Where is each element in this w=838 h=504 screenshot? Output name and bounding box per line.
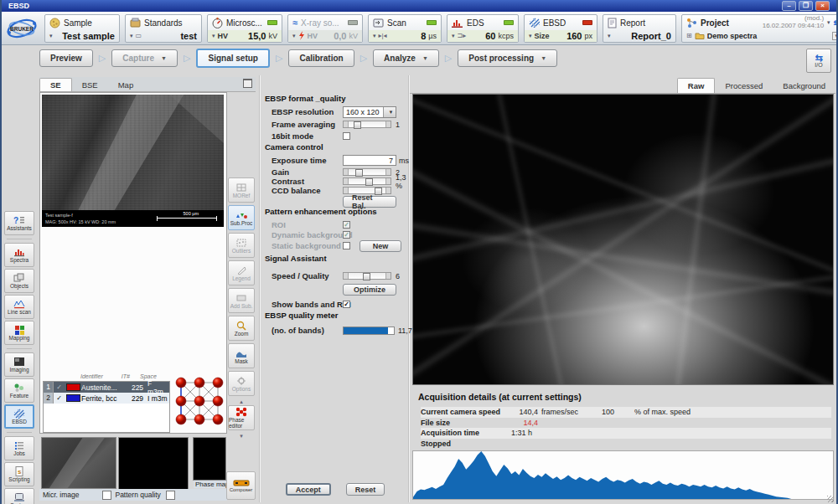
project-item[interactable]: Demo spectra — [707, 32, 758, 40]
sidebar-item-mapping[interactable]: Mapping — [4, 321, 34, 345]
chevron-up-icon[interactable]: ▴ — [240, 399, 243, 404]
sidebar-item-scripting[interactable]: s Scripting — [4, 462, 34, 486]
mask-button[interactable]: Mask — [228, 343, 255, 368]
moref-button[interactable]: MORef — [228, 177, 255, 203]
reset-balance-button[interactable]: Reset Bal. — [343, 196, 396, 208]
sidebar-item-objects[interactable]: Objects — [4, 269, 34, 293]
table-row-austenite[interactable]: 1 ✓ Austenite... 225 F m3m — [44, 382, 169, 393]
calibration-button[interactable]: Calibration — [288, 49, 354, 67]
resize-grip[interactable] — [827, 496, 834, 502]
splitter[interactable] — [408, 75, 409, 502]
add-sub-button[interactable]: Add Sub. — [228, 288, 255, 313]
chevron-down-icon[interactable]: ▾ — [827, 19, 830, 26]
standards-value[interactable]: test — [180, 31, 197, 41]
table-row-ferrite[interactable]: 2 ✓ Ferrite, bcc 229 I m3m — [44, 393, 169, 404]
ebsp-resolution-select[interactable]: 160 x 120▼ — [343, 106, 396, 118]
group-microscope[interactable]: Microsc... ▾ HV 15,0 kV — [207, 14, 282, 43]
chevron-down-icon[interactable]: ▾ — [49, 33, 53, 39]
ebsp-pattern-view[interactable] — [412, 94, 834, 385]
chevron-down-icon[interactable]: ▾ — [292, 33, 296, 39]
sidebar-item-assistants[interactable]: ? Assistants — [4, 211, 34, 235]
composer-button[interactable]: Composer — [226, 471, 256, 500]
scan-value[interactable]: 8 — [421, 31, 426, 41]
chevron-down-icon[interactable]: ▾ — [452, 33, 455, 39]
group-xray[interactable]: ≈ X-ray so... ▾ HV 0,0 kV — [287, 14, 363, 43]
roi-checkbox[interactable]: ✓ — [343, 221, 350, 229]
chevron-down-icon[interactable]: ▾ — [130, 33, 133, 39]
gain-slider[interactable] — [343, 168, 391, 176]
micr-image-checkbox[interactable] — [102, 491, 111, 500]
chevron-down-icon[interactable]: ▾ — [529, 33, 532, 39]
tab-processed[interactable]: Processed — [715, 79, 773, 93]
report-value[interactable]: Report_0 — [631, 31, 671, 41]
group-eds[interactable]: EDS ▾ ⊐▸ 60 kcps — [447, 14, 519, 43]
pattern-quality-thumbnail[interactable] — [118, 437, 189, 492]
post-processing-button[interactable]: Post processing▼ — [458, 49, 557, 67]
options-button[interactable]: Options — [228, 371, 255, 396]
show-bands-checkbox[interactable]: ✓ — [343, 301, 350, 308]
tab-bse[interactable]: BSE — [72, 79, 108, 91]
chevron-down-icon[interactable]: ▾ — [373, 33, 376, 39]
sample-value[interactable]: Test sample — [62, 31, 115, 41]
speed-quality-slider[interactable] — [343, 272, 391, 280]
contrast-slider[interactable] — [343, 177, 391, 185]
phase-check[interactable]: ✓ — [54, 394, 65, 402]
sidebar-item-imaging[interactable]: Imaging — [4, 352, 34, 377]
close-button[interactable]: × — [815, 1, 830, 11]
sem-image[interactable] — [42, 95, 224, 210]
group-ebsd[interactable]: EBSD ▾ Size 160 px — [524, 14, 597, 43]
chevron-down-icon[interactable]: ▾ — [240, 434, 243, 439]
preview-button[interactable]: Preview — [39, 49, 93, 67]
dynamic-background-checkbox[interactable]: ✓ — [343, 231, 350, 239]
static-background-checkbox[interactable] — [343, 242, 350, 249]
group-standards[interactable]: Standards ▾ ▭ test — [125, 14, 202, 43]
crystal-structure-view[interactable] — [174, 376, 225, 429]
capture-button[interactable]: Capture▼ — [111, 49, 178, 67]
sidebar-item-line-scan[interactable]: Line scan — [4, 295, 34, 319]
group-sample[interactable]: Sample ▾ Test sample — [44, 14, 120, 43]
frame-averaging-slider[interactable] — [343, 121, 391, 128]
expand-node-icon[interactable]: ⊞ — [686, 32, 692, 39]
sync-icon[interactable]: ⇆ — [834, 18, 838, 28]
splitter[interactable] — [259, 75, 260, 502]
microscope-value[interactable]: 15,0 — [248, 31, 266, 41]
eds-value[interactable]: 60 — [485, 31, 495, 41]
project-more-button[interactable]: ▾ — [832, 32, 838, 40]
group-scan[interactable]: Scan ▾ ▸|◂ 8 µs — [368, 14, 442, 43]
chevron-down-icon[interactable]: ▾ — [212, 33, 215, 39]
ebsd-value[interactable]: 160 — [566, 31, 582, 41]
16bit-mode-checkbox[interactable] — [343, 132, 350, 140]
exposure-time-input[interactable]: 7 — [343, 155, 396, 166]
pattern-quality-checkbox[interactable] — [166, 491, 175, 500]
reset-button[interactable]: Reset — [346, 483, 385, 496]
tab-background[interactable]: Background — [773, 79, 835, 93]
phase-editor-button[interactable]: Phase editor — [228, 405, 255, 430]
sidebar-item-ebsd[interactable]: EBSD — [4, 404, 34, 429]
outliers-button[interactable]: Outliers — [228, 233, 255, 258]
io-button[interactable]: ⇆ I/O — [806, 49, 831, 73]
chevron-down-icon[interactable]: ▼ — [383, 107, 396, 117]
micr-image-thumbnail[interactable] — [41, 437, 116, 489]
accept-button[interactable]: Accept — [286, 483, 331, 496]
new-background-button[interactable]: New — [360, 240, 401, 252]
sidebar-item-system[interactable]: System — [4, 488, 34, 504]
zoom-button[interactable]: Zoom — [228, 316, 255, 341]
analyze-button[interactable]: Analyze▼ — [373, 49, 439, 67]
tab-map[interactable]: Map — [108, 79, 143, 91]
group-project[interactable]: Project (mod.)16.02.2007 09:44:10 ▾ ⇆ ⊞ … — [681, 14, 838, 43]
panel-restore-icon[interactable] — [243, 79, 252, 88]
chevron-down-icon[interactable]: ▾ — [608, 33, 611, 39]
sidebar-item-jobs[interactable]: Jobs — [4, 436, 34, 460]
sidebar-item-feature[interactable]: Feature — [4, 378, 34, 403]
phase-check[interactable]: ✓ — [54, 383, 65, 391]
tab-raw[interactable]: Raw — [677, 78, 716, 93]
minimize-button[interactable]: – — [782, 1, 796, 11]
phase-map-thumbnail[interactable] — [193, 437, 226, 481]
optimize-button[interactable]: Optimize — [343, 284, 396, 296]
sub-proc-button[interactable]: Sub.Proc — [228, 205, 255, 230]
group-report[interactable]: Report ▾ Report_0 — [603, 14, 676, 43]
legend-button[interactable]: Legend — [228, 260, 255, 285]
tab-se[interactable]: SE — [39, 78, 72, 91]
signal-setup-button[interactable]: Signal setup — [196, 49, 269, 68]
sidebar-item-spectra[interactable]: Spectra — [4, 243, 34, 267]
